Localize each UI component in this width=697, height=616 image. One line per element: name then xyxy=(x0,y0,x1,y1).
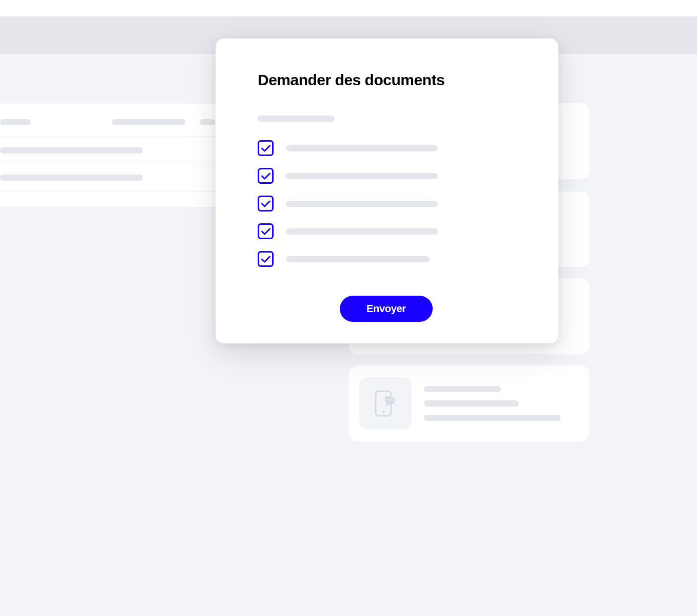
checklist-label-skeleton xyxy=(286,201,438,207)
card-line-skeleton xyxy=(424,400,519,407)
modal-subtitle-skeleton xyxy=(258,116,335,122)
info-card xyxy=(349,365,589,441)
modal-title: Demander des documents xyxy=(258,71,516,89)
table-row-skeleton xyxy=(0,175,143,181)
svg-point-3 xyxy=(390,399,392,401)
checklist-item xyxy=(258,196,516,211)
checkbox[interactable] xyxy=(258,196,274,211)
svg-point-2 xyxy=(388,399,389,401)
check-icon xyxy=(261,255,271,263)
checkbox[interactable] xyxy=(258,251,274,267)
card-content xyxy=(424,386,579,421)
checkbox[interactable] xyxy=(258,140,274,156)
checklist-label-skeleton xyxy=(286,145,438,151)
document-checklist xyxy=(258,140,516,267)
request-documents-modal: Demander des documents xyxy=(216,38,558,343)
table-header-skeleton xyxy=(112,119,185,125)
svg-point-4 xyxy=(393,399,394,401)
check-icon xyxy=(261,172,271,180)
check-icon xyxy=(261,200,271,208)
checklist-item xyxy=(258,223,516,239)
chat-phone-icon xyxy=(373,389,398,418)
checklist-label-skeleton xyxy=(286,228,438,235)
card-title-skeleton xyxy=(424,386,501,392)
submit-button[interactable]: Envoyer xyxy=(340,296,433,322)
checklist-item xyxy=(258,168,516,184)
checklist-label-skeleton xyxy=(286,256,430,262)
checkbox[interactable] xyxy=(258,168,274,184)
card-line-skeleton xyxy=(424,415,560,421)
checkbox[interactable] xyxy=(258,223,274,239)
card-icon-container xyxy=(359,377,412,430)
table-header-skeleton xyxy=(200,119,215,125)
table-header-skeleton xyxy=(0,119,31,125)
check-icon xyxy=(261,227,271,236)
checklist-item xyxy=(258,140,516,156)
checklist-label-skeleton xyxy=(286,173,438,179)
check-icon xyxy=(261,144,271,152)
table-row-skeleton xyxy=(0,147,143,153)
svg-point-1 xyxy=(382,411,385,413)
checklist-item xyxy=(258,251,516,267)
